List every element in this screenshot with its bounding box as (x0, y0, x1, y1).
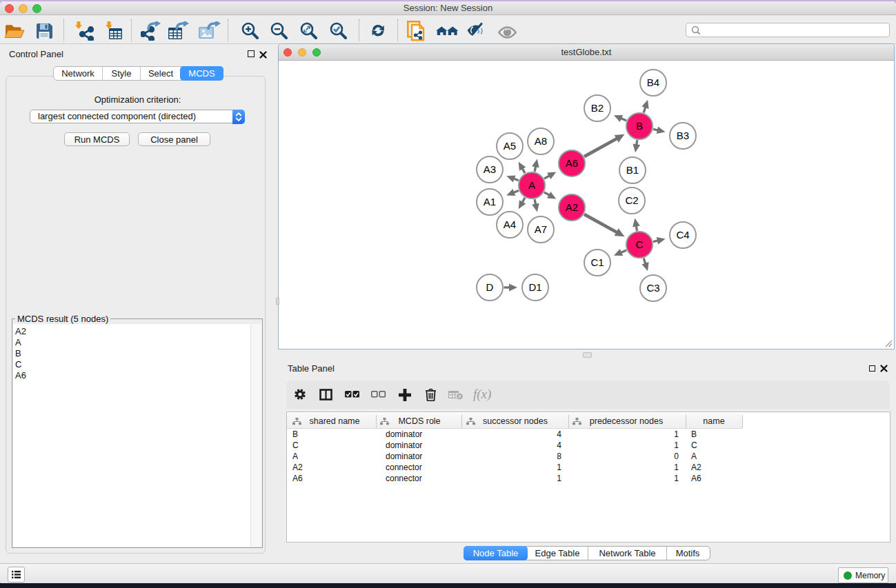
svg-text:A1: A1 (484, 196, 496, 207)
svg-text:B: B (636, 120, 643, 132)
svg-text:C3: C3 (646, 282, 659, 294)
svg-text:A6: A6 (566, 157, 578, 169)
svg-text:A7: A7 (535, 223, 547, 235)
svg-text:D: D (486, 281, 494, 293)
svg-text:A: A (528, 179, 535, 191)
svg-text:C2: C2 (625, 194, 638, 206)
svg-text:B2: B2 (591, 102, 604, 114)
svg-text:C: C (636, 239, 644, 250)
svg-text:C1: C1 (590, 256, 604, 268)
svg-text:A4: A4 (504, 219, 516, 230)
svg-text:A5: A5 (504, 140, 516, 152)
svg-text:A3: A3 (484, 163, 496, 175)
svg-text:B4: B4 (647, 77, 659, 88)
svg-text:C4: C4 (676, 229, 689, 241)
svg-text:A2: A2 (566, 201, 578, 213)
svg-text:A8: A8 (535, 135, 547, 147)
svg-text:B3: B3 (677, 130, 689, 141)
svg-text:D1: D1 (528, 281, 541, 293)
svg-text:B1: B1 (626, 164, 639, 176)
